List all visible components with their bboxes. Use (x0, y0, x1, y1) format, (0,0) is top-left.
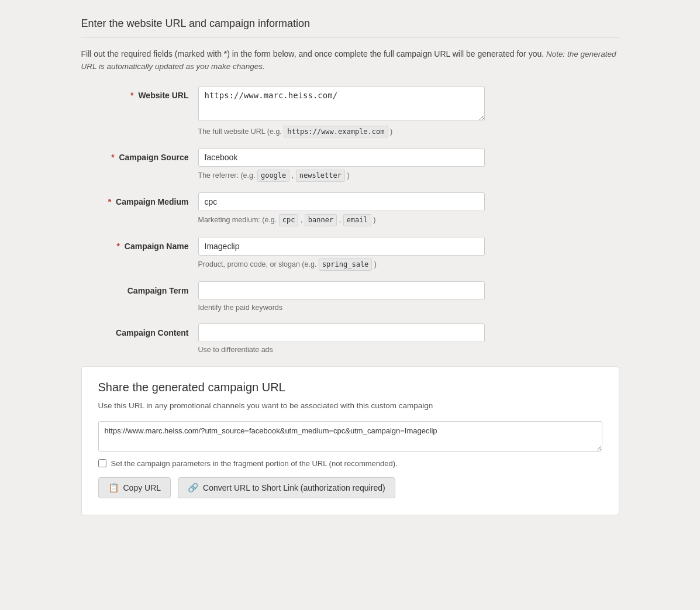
required-star-source: * (111, 153, 114, 162)
hint-code-newsletter: newsletter (296, 170, 345, 182)
share-description: Use this URL in any promotional channels… (98, 400, 602, 412)
intro-text: Fill out the required fields (marked wit… (81, 48, 619, 73)
campaign-medium-hint: Marketing medium: (e.g. cpc , banner , e… (198, 214, 485, 226)
campaign-name-hint: Product, promo code, or slogan (e.g. spr… (198, 259, 485, 271)
fragment-checkbox[interactable] (98, 459, 106, 467)
intro-main: Fill out the required fields (marked wit… (81, 49, 544, 58)
campaign-content-label-cell: Campaign Content (81, 323, 198, 337)
campaign-medium-label: Campaign Medium (116, 197, 188, 206)
fragment-label: Set the campaign parameters in the fragm… (111, 459, 398, 468)
required-star-medium: * (108, 197, 111, 206)
copy-url-button[interactable]: 📋 Copy URL (98, 477, 171, 498)
hint-code-google: google (257, 170, 289, 182)
website-url-label: Website URL (138, 91, 188, 100)
campaign-content-label: Campaign Content (116, 328, 188, 337)
campaign-medium-label-cell: * Campaign Medium (81, 192, 198, 206)
page-title: Enter the website URL and campaign infor… (81, 18, 619, 30)
fragment-row: Set the campaign parameters in the fragm… (98, 459, 602, 468)
hint-code-email: email (343, 214, 371, 226)
campaign-source-input[interactable] (198, 148, 485, 167)
campaign-content-input[interactable] (198, 323, 485, 342)
campaign-source-hint: The referrer: (e.g. google , newsletter … (198, 170, 485, 182)
required-star-website: * (130, 91, 133, 100)
copy-url-label: Copy URL (123, 483, 161, 492)
button-row: 📋 Copy URL 🔗 Convert URL to Short Link (… (98, 477, 602, 498)
generated-url-textarea[interactable]: https://www.marc.heiss.com/?utm_source=f… (98, 421, 602, 452)
campaign-form: * Website URL https://www.marc.heiss.com… (81, 86, 619, 356)
campaign-content-hint: Use to differentiate ads (198, 345, 485, 356)
website-url-input[interactable]: https://www.marc.heiss.com/ (198, 86, 485, 121)
required-star-name: * (116, 242, 119, 251)
campaign-term-hint: Identify the paid keywords (198, 303, 485, 313)
campaign-medium-input[interactable] (198, 192, 485, 211)
campaign-name-field-cell: Product, promo code, or slogan (e.g. spr… (198, 237, 485, 271)
hint-code-cpc: cpc (279, 214, 299, 226)
hint-code-example-url: https://www.example.com (284, 126, 388, 138)
clipboard-icon: 📋 (108, 483, 119, 493)
campaign-name-label-cell: * Campaign Name (81, 237, 198, 251)
campaign-name-row: * Campaign Name Product, promo code, or … (81, 237, 619, 271)
campaign-name-input[interactable] (198, 237, 485, 256)
campaign-medium-field-cell: Marketing medium: (e.g. cpc , banner , e… (198, 192, 485, 226)
campaign-term-label-cell: Campaign Term (81, 281, 198, 295)
campaign-name-label: Campaign Name (125, 242, 189, 251)
campaign-source-field-cell: The referrer: (e.g. google , newsletter … (198, 148, 485, 182)
website-url-field-cell: https://www.marc.heiss.com/ The full web… (198, 86, 485, 138)
convert-url-button[interactable]: 🔗 Convert URL to Short Link (authorizati… (178, 477, 395, 498)
section-divider (81, 37, 619, 37)
campaign-content-field-cell: Use to differentiate ads (198, 323, 485, 356)
convert-url-label: Convert URL to Short Link (authorization… (203, 483, 385, 492)
campaign-source-label: Campaign Source (119, 153, 188, 162)
hint-code-banner: banner (305, 214, 337, 226)
campaign-source-label-cell: * Campaign Source (81, 148, 198, 162)
campaign-term-row: Campaign Term Identify the paid keywords (81, 281, 619, 313)
campaign-content-row: Campaign Content Use to differentiate ad… (81, 323, 619, 356)
link-icon: 🔗 (188, 483, 199, 493)
campaign-medium-row: * Campaign Medium Marketing medium: (e.g… (81, 192, 619, 226)
page-container: Enter the website URL and campaign infor… (70, 12, 631, 533)
website-url-hint: The full website URL (e.g. https://www.e… (198, 126, 485, 138)
campaign-term-input[interactable] (198, 281, 485, 300)
campaign-term-label: Campaign Term (127, 286, 189, 295)
website-url-label-cell: * Website URL (81, 86, 198, 100)
share-title: Share the generated campaign URL (98, 381, 602, 394)
campaign-term-field-cell: Identify the paid keywords (198, 281, 485, 313)
website-url-row: * Website URL https://www.marc.heiss.com… (81, 86, 619, 138)
share-box: Share the generated campaign URL Use thi… (81, 366, 619, 515)
campaign-source-row: * Campaign Source The referrer: (e.g. go… (81, 148, 619, 182)
hint-code-spring-sale: spring_sale (319, 259, 372, 271)
